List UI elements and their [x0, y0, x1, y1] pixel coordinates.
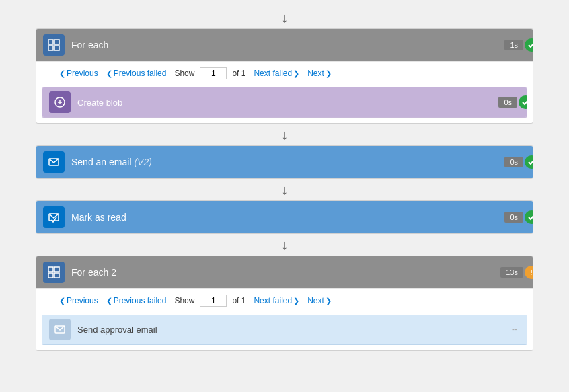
mark-read-block: Mark as read 0s [36, 200, 533, 234]
svg-rect-8 [48, 267, 53, 272]
foreach2-next-label: Next [307, 296, 324, 305]
svg-rect-9 [54, 267, 59, 272]
send-email-v2-suffix: (V2) [132, 157, 152, 167]
foreach2-page-input[interactable] [200, 295, 227, 307]
foreach2-prev-failed-btn[interactable]: ❮ Previous failed [104, 295, 169, 307]
foreach1-page-input[interactable] [200, 67, 227, 79]
foreach2-block: For each 2 13s ❮ Previous ❮ Previous fai… [36, 256, 533, 351]
create-blob-block: Create blob 0s [42, 87, 527, 118]
foreach1-prev-label: Previous [67, 69, 98, 78]
foreach2-header[interactable]: For each 2 13s [36, 256, 533, 288]
send-email-header[interactable]: Send an email (V2) 0s [36, 146, 533, 178]
foreach-icon-svg [48, 39, 60, 51]
arrow-connector-3: ↓ [281, 179, 288, 200]
send-email-status [525, 155, 533, 169]
approval-icon-svg [54, 323, 66, 336]
foreach2-next-failed-btn[interactable]: Next failed ❯ [251, 295, 302, 307]
foreach2-of-label: of 1 [232, 296, 245, 305]
foreach1-show-label: Show [174, 69, 194, 78]
foreach2-badge: 13s [500, 267, 523, 278]
next2-chevron-icon: ❯ [326, 297, 332, 305]
email-icon-svg [48, 156, 60, 168]
foreach1-next-failed-label: Next failed [254, 69, 292, 78]
arrow-connector-top: ↓ [281, 7, 288, 28]
next-failed-chevron-icon: ❯ [293, 69, 299, 78]
foreach1-pagination: ❮ Previous ❮ Previous failed Show of 1 N… [36, 61, 533, 85]
send-approval-block: Send approval email -- [42, 315, 527, 345]
next-chevron-icon: ❯ [326, 69, 332, 78]
blob-icon-svg [54, 96, 66, 108]
foreach1-header[interactable]: For each 1s [36, 29, 533, 61]
foreach2-prev-failed-label: Previous failed [114, 296, 167, 305]
svg-point-12 [528, 269, 533, 276]
foreach1-next-failed-btn[interactable]: Next failed ❯ [251, 67, 302, 79]
create-blob-title: Create blob [77, 97, 498, 108]
foreach2-next-failed-label: Next failed [254, 296, 292, 305]
svg-rect-0 [48, 40, 53, 44]
send-email-icon [43, 151, 65, 173]
foreach2-icon [43, 262, 65, 283]
create-blob-icon [49, 91, 71, 113]
foreach2-pagination: ❮ Previous ❮ Previous failed Show of 1 N… [36, 288, 533, 312]
success-checkmark [527, 41, 533, 49]
prev2-chevron-icon: ❮ [59, 297, 65, 305]
blob-success-checkmark [521, 98, 527, 106]
svg-rect-2 [48, 46, 53, 50]
foreach2-status [525, 266, 533, 279]
foreach2-next-btn[interactable]: Next ❯ [305, 295, 334, 307]
arrow-connector-2: ↓ [281, 124, 288, 145]
foreach2-title: For each 2 [71, 267, 500, 278]
foreach1-previous-btn[interactable]: ❮ Previous [56, 67, 101, 79]
send-email-title-text: Send an email [71, 157, 132, 167]
send-email-title: Send an email (V2) [71, 157, 504, 167]
svg-rect-10 [48, 273, 53, 278]
read-success-checkmark [527, 213, 533, 221]
foreach1-prev-failed-btn[interactable]: ❮ Previous failed [104, 67, 169, 79]
send-approval-title: Send approval email [77, 325, 512, 335]
foreach1-of-label: of 1 [232, 69, 245, 78]
foreach1-prev-failed-label: Previous failed [114, 69, 167, 78]
send-email-badge: 0s [504, 157, 523, 167]
send-email-block: Send an email (V2) 0s [36, 145, 533, 179]
create-blob-status [519, 95, 527, 109]
foreach2-prev-label: Previous [67, 296, 98, 305]
workflow-canvas: ↓ For each 1s ❮ Previous [0, 0, 569, 358]
warning-icon-svg [527, 268, 533, 276]
read-icon-svg [48, 211, 60, 223]
mark-read-header[interactable]: Mark as read 0s [36, 201, 533, 233]
foreach1-next-label: Next [307, 69, 324, 78]
foreach2-icon-svg [48, 266, 60, 278]
mark-read-icon [43, 206, 65, 228]
next2-failed-chevron-icon: ❯ [293, 297, 299, 305]
send-approval-icon [49, 319, 71, 340]
foreach1-status [525, 38, 533, 52]
mark-read-title: Mark as read [71, 212, 504, 223]
mark-read-badge: 0s [504, 212, 523, 223]
prev-failed-chevron-icon: ❮ [106, 69, 112, 78]
foreach1-block: For each 1s ❮ Previous ❮ Previous failed… [36, 28, 533, 124]
send-approval-badge: -- [512, 325, 517, 334]
foreach1-badge: 1s [504, 40, 523, 50]
create-blob-badge: 0s [498, 97, 517, 108]
svg-rect-1 [54, 40, 59, 44]
prev-chevron-icon: ❮ [59, 69, 65, 78]
foreach1-next-btn[interactable]: Next ❯ [305, 67, 334, 79]
prev2-failed-chevron-icon: ❮ [106, 297, 112, 305]
foreach2-show-label: Show [174, 296, 194, 305]
foreach2-previous-btn[interactable]: ❮ Previous [56, 295, 101, 307]
foreach1-title: For each [71, 40, 504, 50]
svg-rect-3 [54, 46, 59, 50]
send-approval-header[interactable]: Send approval email -- [42, 315, 527, 344]
svg-point-14 [531, 274, 532, 275]
email-success-checkmark [527, 158, 533, 166]
foreach1-icon [43, 34, 65, 56]
create-blob-header[interactable]: Create blob 0s [42, 87, 527, 117]
mark-read-status [525, 210, 533, 224]
arrow-connector-4: ↓ [281, 234, 288, 256]
svg-rect-11 [54, 273, 59, 278]
